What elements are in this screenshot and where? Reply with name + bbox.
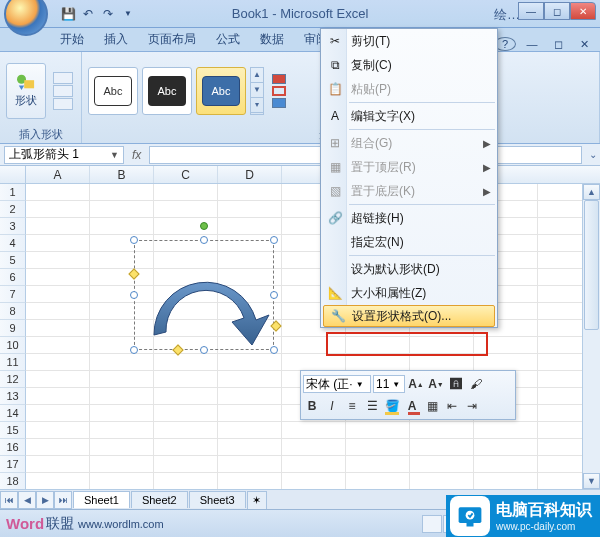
menu-size-props[interactable]: 📐大小和属性(Z) — [321, 281, 497, 305]
cell[interactable] — [218, 422, 282, 438]
resize-handle[interactable] — [130, 236, 138, 244]
bold-button[interactable]: B — [303, 397, 321, 415]
gallery-scroll[interactable]: ▲▼▾ — [250, 67, 264, 115]
select-all-corner[interactable] — [0, 166, 26, 183]
shape-gallery-mini[interactable] — [53, 72, 73, 110]
cell[interactable] — [282, 354, 346, 370]
tab-formula[interactable]: 公式 — [206, 28, 250, 51]
menu-set-default[interactable]: 设为默认形状(D) — [321, 257, 497, 281]
cell[interactable] — [154, 201, 218, 217]
tab-data[interactable]: 数据 — [250, 28, 294, 51]
cell[interactable] — [26, 439, 90, 455]
cell[interactable] — [26, 388, 90, 404]
menu-format-shape[interactable]: 🔧设置形状格式(O)... — [323, 305, 495, 327]
font-size-selector[interactable]: 11▼ — [373, 375, 405, 393]
close-button[interactable]: ✕ — [570, 2, 596, 20]
fx-icon[interactable]: fx — [124, 148, 149, 162]
cell[interactable] — [474, 422, 538, 438]
cell[interactable] — [282, 439, 346, 455]
col-header[interactable]: C — [154, 166, 218, 183]
align-center-icon[interactable]: ≡ — [343, 397, 361, 415]
cell[interactable] — [474, 337, 538, 353]
col-header[interactable]: B — [90, 166, 154, 183]
qat-dropdown-icon[interactable]: ▼ — [120, 6, 136, 22]
shape-outline-button[interactable] — [272, 86, 286, 96]
cell[interactable] — [218, 371, 282, 387]
cell[interactable] — [26, 320, 90, 336]
tab-layout[interactable]: 页面布局 — [138, 28, 206, 51]
cell[interactable] — [154, 184, 218, 200]
cell[interactable] — [26, 286, 90, 302]
row-header[interactable]: 10 — [0, 337, 26, 354]
cell[interactable] — [154, 218, 218, 234]
cell[interactable] — [26, 354, 90, 370]
menu-assign-macro[interactable]: 指定宏(N) — [321, 230, 497, 254]
col-header[interactable]: D — [218, 166, 282, 183]
italic-button[interactable]: I — [323, 397, 341, 415]
cell[interactable] — [90, 456, 154, 472]
cell[interactable] — [474, 439, 538, 455]
row-header[interactable]: 1 — [0, 184, 26, 201]
tab-home[interactable]: 开始 — [50, 28, 94, 51]
cell[interactable] — [26, 269, 90, 285]
menu-bring-front[interactable]: ▦置于顶层(R)▶ — [321, 155, 497, 179]
resize-handle[interactable] — [130, 346, 138, 354]
font-color-button[interactable]: A — [403, 397, 421, 415]
cell[interactable] — [410, 422, 474, 438]
cell[interactable] — [218, 354, 282, 370]
cell[interactable] — [26, 422, 90, 438]
cell[interactable] — [26, 303, 90, 319]
cell[interactable] — [154, 371, 218, 387]
row-header[interactable]: 14 — [0, 405, 26, 422]
style-item-3-selected[interactable]: Abc — [196, 67, 246, 115]
row-header[interactable]: 5 — [0, 252, 26, 269]
col-header[interactable]: A — [26, 166, 90, 183]
cell[interactable] — [218, 184, 282, 200]
sheet-nav-first[interactable]: ⏮ — [0, 491, 18, 509]
cell[interactable] — [218, 405, 282, 421]
row-header[interactable]: 9 — [0, 320, 26, 337]
cell[interactable] — [282, 473, 346, 489]
cell[interactable] — [154, 422, 218, 438]
cell[interactable] — [90, 184, 154, 200]
cell[interactable] — [26, 405, 90, 421]
shrink-font-icon[interactable]: A▼ — [427, 375, 445, 393]
cell[interactable] — [90, 422, 154, 438]
worksheet-grid[interactable]: A B C D 123456789101112131415161718 — [0, 166, 600, 488]
cell[interactable] — [26, 337, 90, 353]
font-selector[interactable]: 宋体 (正·▼ — [303, 375, 371, 393]
style-icon[interactable]: 🅰 — [447, 375, 465, 393]
cell[interactable] — [218, 218, 282, 234]
cell[interactable] — [346, 473, 410, 489]
format-painter-icon[interactable]: 🖌 — [467, 375, 485, 393]
cell[interactable] — [346, 439, 410, 455]
row-header[interactable]: 16 — [0, 439, 26, 456]
row-header[interactable]: 2 — [0, 201, 26, 218]
minimize-ribbon-icon[interactable]: — — [522, 37, 542, 51]
menu-paste[interactable]: 📋粘贴(P) — [321, 77, 497, 101]
cell[interactable] — [26, 252, 90, 268]
scroll-down-button[interactable]: ▼ — [583, 473, 600, 489]
cell[interactable] — [218, 439, 282, 455]
resize-handle[interactable] — [130, 291, 138, 299]
cell[interactable] — [154, 439, 218, 455]
cell[interactable] — [218, 456, 282, 472]
cell[interactable] — [26, 184, 90, 200]
shape-effects-button[interactable] — [272, 98, 286, 108]
row-header[interactable]: 17 — [0, 456, 26, 473]
name-box[interactable]: 上弧形箭头 1 ▼ — [4, 146, 124, 164]
undo-icon[interactable]: ↶ — [80, 6, 96, 22]
resize-handle[interactable] — [270, 346, 278, 354]
grow-font-icon[interactable]: A▲ — [407, 375, 425, 393]
cell[interactable] — [346, 422, 410, 438]
row-header[interactable]: 3 — [0, 218, 26, 235]
curved-arrow-shape[interactable] — [134, 240, 274, 350]
cell[interactable] — [410, 439, 474, 455]
cell[interactable] — [26, 235, 90, 251]
resize-handle[interactable] — [200, 346, 208, 354]
sheet-tab-1[interactable]: Sheet1 — [73, 491, 130, 508]
fill-color-button[interactable]: 🪣 — [383, 397, 401, 415]
row-header[interactable]: 11 — [0, 354, 26, 371]
cell[interactable] — [474, 354, 538, 370]
cell[interactable] — [218, 473, 282, 489]
